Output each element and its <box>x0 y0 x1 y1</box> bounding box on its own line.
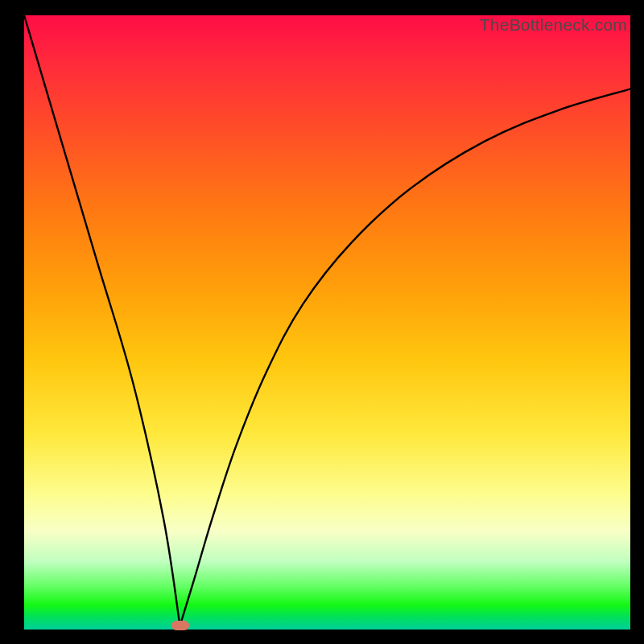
curve-right-branch <box>180 89 630 626</box>
watermark-text: TheBottleneck.com <box>480 15 627 35</box>
bottleneck-curve <box>24 15 630 630</box>
optimal-point-marker <box>171 621 189 630</box>
gradient-plot-area: TheBottleneck.com <box>24 15 630 630</box>
curve-left-branch <box>24 15 180 625</box>
